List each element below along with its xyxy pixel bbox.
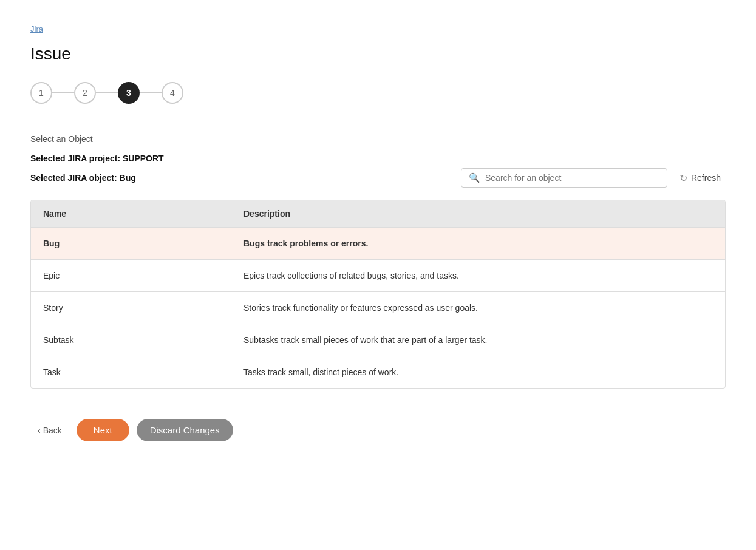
step-2[interactable]: 2 [74,82,96,104]
step-1[interactable]: 1 [30,82,52,104]
row-name-3: Subtask [31,324,231,356]
table-row[interactable]: SubtaskSubtasks track small pieces of wo… [31,324,725,356]
search-box[interactable]: 🔍 [461,168,667,188]
step-circle-4: 4 [162,82,183,104]
step-4[interactable]: 4 [162,82,183,104]
step-connector-3-4 [140,92,162,93]
section-label: Select an Object [30,134,726,144]
row-description-0: Bugs track problems or errors. [231,228,725,259]
step-connector-2-3 [96,92,118,93]
back-chevron-icon: ‹ [38,426,41,435]
search-input[interactable] [485,173,659,183]
refresh-icon: ↻ [679,172,687,184]
search-icon: 🔍 [469,172,480,183]
row-name-2: Story [31,292,231,324]
back-button[interactable]: ‹ Back [30,419,69,441]
footer: ‹ Back Next Discard Changes [30,413,726,441]
col-header-name: Name [31,200,231,227]
back-label: Back [43,426,62,435]
table-row[interactable]: StoryStories track functionality or feat… [31,292,725,324]
step-circle-1: 1 [30,82,52,104]
stepper: 1 2 3 4 [30,82,726,104]
refresh-label: Refresh [691,173,721,183]
row-name-0: Bug [31,228,231,259]
selected-object-row: Selected JIRA object: Bug 🔍 ↻ Refresh [30,168,726,188]
col-header-description: Description [231,200,725,227]
selected-object-info: Selected JIRA object: Bug [30,173,136,183]
selected-project-info: Selected JIRA project: SUPPORT [30,154,726,163]
object-table: Name Description BugBugs track problems … [30,200,726,389]
page-title: Issue [30,44,726,64]
table-body[interactable]: BugBugs track problems or errors.EpicEpi… [31,228,725,388]
row-name-1: Epic [31,260,231,291]
step-circle-3: 3 [118,82,140,104]
row-description-2: Stories track functionality or features … [231,292,725,324]
row-description-1: Epics track collections of related bugs,… [231,260,725,291]
table-row[interactable]: EpicEpics track collections of related b… [31,260,725,292]
search-refresh-group: 🔍 ↻ Refresh [461,168,726,188]
next-button[interactable]: Next [77,419,129,441]
row-description-3: Subtasks track small pieces of work that… [231,324,725,356]
refresh-button[interactable]: ↻ Refresh [675,169,726,188]
breadcrumb[interactable]: Jira [30,24,726,33]
step-circle-2: 2 [74,82,96,104]
table-header: Name Description [31,200,725,228]
row-description-4: Tasks track small, distinct pieces of wo… [231,356,725,388]
step-connector-1-2 [52,92,74,93]
table-row[interactable]: TaskTasks track small, distinct pieces o… [31,356,725,388]
step-3[interactable]: 3 [118,82,140,104]
row-name-4: Task [31,356,231,388]
table-row[interactable]: BugBugs track problems or errors. [31,228,725,260]
discard-button[interactable]: Discard Changes [137,419,233,441]
